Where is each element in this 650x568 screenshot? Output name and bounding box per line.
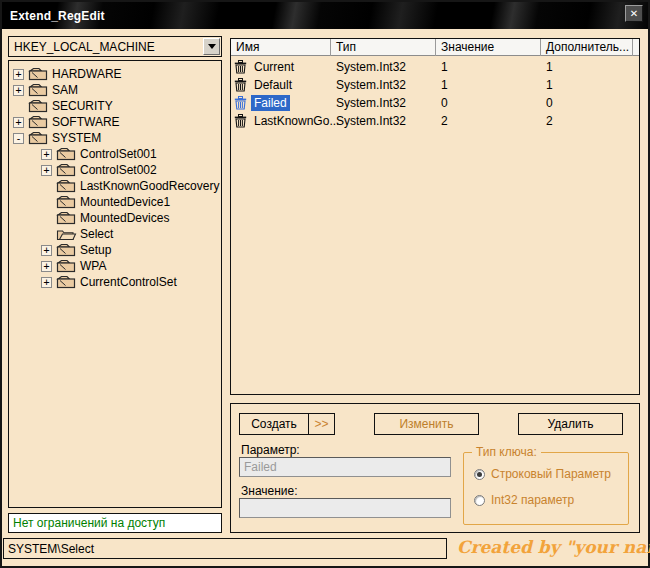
edit-button[interactable]: Изменить — [374, 413, 479, 435]
tree-item-label[interactable]: Setup — [80, 243, 111, 257]
folder-icon — [56, 147, 77, 161]
list-row[interactable]: Default System.Int32 1 1 — [231, 76, 639, 94]
radio-icon[interactable] — [474, 469, 485, 480]
tree-item[interactable]: + Setup — [9, 242, 221, 258]
row-extra-cell: 0 — [541, 96, 633, 110]
row-extra-cell: 1 — [541, 60, 633, 74]
tree-item-label[interactable]: SOFTWARE — [52, 115, 120, 129]
tree-expander-icon[interactable]: + — [13, 69, 24, 80]
row-name-text[interactable]: Current — [251, 59, 297, 75]
tree-item-label[interactable]: Select — [80, 227, 113, 241]
edit-panel: Создать >> Изменить Удалить Параметр: Зн… — [230, 403, 640, 533]
row-extra-cell: 2 — [541, 114, 633, 128]
tree-item[interactable]: MountedDevice1 — [9, 194, 221, 210]
delete-button[interactable]: Удалить — [518, 413, 623, 435]
row-name-cell[interactable]: Failed — [231, 95, 331, 111]
folder-icon — [56, 243, 77, 257]
row-name-cell[interactable]: Current — [231, 59, 331, 75]
column-header-value[interactable]: Значение — [436, 39, 541, 56]
folder-icon — [56, 195, 77, 209]
tree-item[interactable]: Select — [9, 226, 221, 242]
param-label: Параметр: — [241, 443, 300, 457]
column-header-name[interactable]: Имя — [231, 39, 331, 56]
window-title: Extend_RegEdit — [10, 9, 105, 23]
folder-icon — [56, 179, 77, 193]
tree-item[interactable]: + ControlSet001 — [9, 146, 221, 162]
folder-icon — [28, 83, 49, 97]
access-status-text: Нет ограничений на доступ — [13, 516, 165, 530]
tree-item-label[interactable]: ControlSet001 — [80, 147, 157, 161]
folder-icon — [56, 163, 77, 177]
tree-item[interactable]: SECURITY — [9, 98, 221, 114]
radio-int32-param[interactable]: Int32 параметр — [474, 493, 574, 507]
window-body: HKEY_LOCAL_MACHINE + HARDWARE — [2, 29, 648, 566]
tree-item[interactable]: + SAM — [9, 82, 221, 98]
tree-item-label[interactable]: MountedDevice1 — [80, 195, 170, 209]
row-name-text[interactable]: LastKnownGo... — [251, 113, 342, 129]
row-name-cell[interactable]: LastKnownGo... — [231, 113, 331, 129]
create-button[interactable]: Создать — [240, 414, 308, 434]
tree-item[interactable]: + CurrentControlSet — [9, 274, 221, 290]
credit-text: Created by "your name" — [457, 537, 642, 557]
list-row[interactable]: LastKnownGo... System.Int32 2 2 — [231, 112, 639, 130]
tree-item[interactable]: MountedDevices — [9, 210, 221, 226]
tree-item-label[interactable]: WPA — [80, 259, 106, 273]
tree-expander-icon[interactable]: + — [41, 277, 52, 288]
folder-icon — [56, 211, 77, 225]
values-list: Имя Тип Значение Дополнитель... Current — [230, 38, 640, 395]
tree-expander-icon[interactable]: - — [13, 133, 24, 144]
status-path-text: SYSTEM\Select — [8, 542, 94, 556]
status-path-box: SYSTEM\Select — [3, 538, 447, 559]
close-button[interactable]: ✕ — [625, 5, 643, 22]
tree-expander-icon[interactable]: + — [41, 261, 52, 272]
radio-string-param-label: Строковый Параметр — [491, 467, 611, 481]
value-field[interactable] — [239, 498, 451, 518]
list-row[interactable]: Failed System.Int32 0 0 — [231, 94, 639, 112]
tree-item[interactable]: LastKnownGoodRecovery — [9, 178, 221, 194]
tree-expander-icon[interactable]: + — [13, 85, 24, 96]
app-window: Extend_RegEdit ✕ HKEY_LOCAL_MACHINE + — [0, 0, 650, 568]
radio-string-param[interactable]: Строковый Параметр — [474, 467, 611, 481]
tree-item-label[interactable]: CurrentControlSet — [80, 275, 177, 289]
row-value-cell: 1 — [436, 60, 541, 74]
tree-item-label[interactable]: LastKnownGoodRecovery — [80, 179, 219, 193]
tree-item[interactable]: + HARDWARE — [9, 66, 221, 82]
key-type-title: Тип ключа: — [472, 445, 541, 459]
tree-item-label[interactable]: SECURITY — [52, 99, 113, 113]
tree-expander-icon[interactable]: + — [41, 149, 52, 160]
row-name-text[interactable]: Failed — [251, 95, 290, 111]
row-type-cell: System.Int32 — [331, 60, 436, 74]
tree-item[interactable]: - SYSTEM — [9, 130, 221, 146]
row-name-text[interactable]: Default — [251, 77, 295, 93]
column-header-extra[interactable]: Дополнитель... — [541, 39, 633, 56]
row-type-cell: System.Int32 — [331, 78, 436, 92]
title-bar[interactable]: Extend_RegEdit — [2, 2, 648, 29]
tree-item-label[interactable]: SAM — [52, 83, 78, 97]
tree-item[interactable]: + SOFTWARE — [9, 114, 221, 130]
folder-icon — [28, 67, 49, 81]
tree-item-label[interactable]: ControlSet002 — [80, 163, 157, 177]
param-field[interactable] — [239, 457, 451, 477]
combobox-dropdown-button[interactable] — [203, 38, 220, 55]
folder-icon — [28, 115, 49, 129]
tree-item-label[interactable]: MountedDevices — [80, 211, 169, 225]
chevron-down-icon — [208, 44, 216, 49]
folder-icon — [28, 131, 49, 145]
tree-expander-icon[interactable]: + — [41, 165, 52, 176]
tree-expander-icon[interactable]: + — [13, 117, 24, 128]
hive-combobox[interactable]: HKEY_LOCAL_MACHINE — [8, 36, 222, 57]
row-name-cell[interactable]: Default — [231, 77, 331, 93]
column-header-type[interactable]: Тип — [331, 39, 436, 56]
radio-icon[interactable] — [474, 495, 485, 506]
tree-item[interactable]: + WPA — [9, 258, 221, 274]
tree-item[interactable]: + ControlSet002 — [9, 162, 221, 178]
tree-item-label[interactable]: HARDWARE — [52, 67, 122, 81]
folder-icon — [56, 259, 77, 273]
tree-expander-icon[interactable]: + — [41, 245, 52, 256]
list-row[interactable]: Current System.Int32 1 1 — [231, 58, 639, 76]
close-icon: ✕ — [630, 8, 638, 19]
create-more-button[interactable]: >> — [308, 414, 334, 434]
tree-item-label[interactable]: SYSTEM — [52, 131, 101, 145]
column-header-sliver — [633, 39, 639, 56]
key-type-groupbox: Тип ключа: Строковый Параметр Int32 пара… — [463, 452, 629, 525]
